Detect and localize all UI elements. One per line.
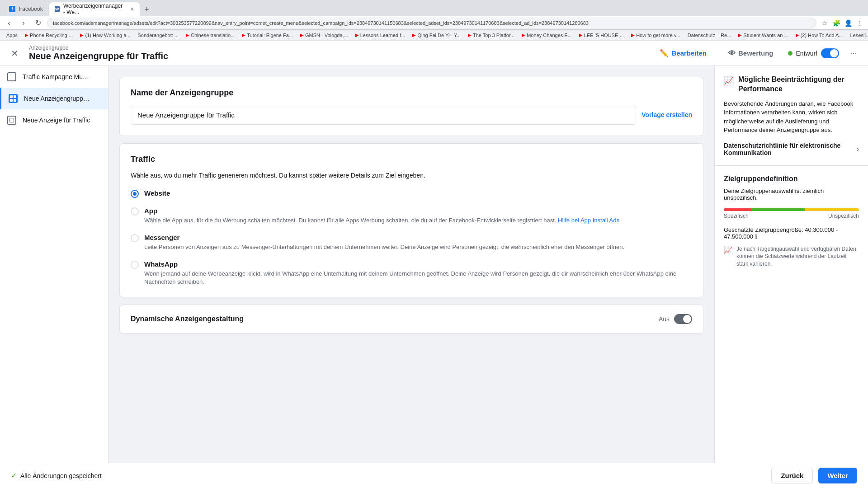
performance-panel-title: Mögliche Beeinträchtigung der Performanc… [738, 75, 859, 94]
bookmark-lee[interactable]: ▶ LEE 'S HOUSE-... [576, 32, 627, 39]
audience-title: Zielgruppendefinition [724, 175, 859, 183]
radio-content-whatsapp: WhatsApp Wenn jemand auf deine Werbeanze… [144, 260, 692, 286]
back-button[interactable]: Zurück [771, 468, 813, 483]
sidebar: Traffic Kampagne Mustersei... ··· Neue A… [0, 66, 108, 463]
back-button[interactable]: ‹ [4, 18, 14, 28]
radio-desc-messenger: Leite Personen von Anzeigen aus zu Messe… [144, 243, 624, 251]
radio-website[interactable] [131, 190, 139, 198]
dynamic-toggle[interactable] [674, 314, 692, 324]
profile-icon[interactable]: 👤 [844, 19, 853, 28]
traffic-panel-title: Traffic [131, 155, 692, 164]
label-specific: Spezifisch [724, 213, 749, 219]
header-actions: ✏️ Bearbeiten 👁 Bewertung Entwurf ··· [652, 46, 861, 61]
bookmark-icon[interactable]: ☆ [820, 19, 829, 28]
review-button[interactable]: 👁 Bewertung [721, 47, 781, 60]
sidebar-item-adset[interactable]: Neue Anzeigengruppe für ... ··· [0, 88, 108, 109]
bookmarks-bar: Apps ▶ Phone Recycling-... ▶ (1) How Wor… [0, 30, 868, 41]
bookmark-lesesli[interactable]: Lesesli... [848, 32, 868, 39]
radio-app[interactable] [131, 207, 139, 216]
bookmark-phone[interactable]: ▶ Phone Recycling-... [22, 32, 75, 39]
qing-label: Qing Fei De Yi - Y... [417, 33, 461, 38]
gmsn-label: GMSN - Vologda,... [305, 33, 348, 38]
facebook-favicon: f [9, 6, 15, 12]
footer-status-text: Alle Änderungen gespeichert [20, 472, 102, 479]
new-tab-button[interactable]: + [141, 3, 153, 16]
sidebar-item-ad[interactable]: Neue Anzeige für Traffic ··· [0, 109, 108, 131]
vorlage-button[interactable]: Vorlage erstellen [642, 111, 692, 118]
bookmark-how[interactable]: ▶ (1) How Working a... [77, 32, 133, 39]
name-input-row: Vorlage erstellen [131, 105, 692, 125]
money-label: Money Changes E... [527, 33, 572, 38]
right-sidebar: 📈 Mögliche Beeinträchtigung der Performa… [714, 66, 868, 463]
browser-chrome: f Facebook W Werbeanzeigenmanager - We..… [0, 0, 868, 16]
browser-tabs: f Facebook W Werbeanzeigenmanager - We..… [4, 0, 864, 16]
radio-desc-app: Wähle die App aus, für die du Werbung sc… [144, 216, 619, 225]
radio-messenger[interactable] [131, 234, 139, 242]
more-options-button[interactable]: ··· [846, 46, 861, 61]
bookmark-howtoadd[interactable]: ▶ (2) How To Add A... [793, 32, 846, 39]
bookmark-sonder[interactable]: Sonderangebot: ... [135, 32, 182, 39]
bookmark-top3[interactable]: ▶ The Top 3 Platfor... [465, 32, 517, 39]
header-status: Entwurf [788, 48, 839, 58]
werbeanzeigen-favicon: W [55, 6, 60, 12]
bookmark-qing[interactable]: ▶ Qing Fei De Yi - Y... [410, 32, 463, 39]
info-icon[interactable]: ℹ [755, 233, 757, 240]
main-layout: Traffic Kampagne Mustersei... ··· Neue A… [0, 66, 868, 463]
radio-content-messenger: Messenger Leite Personen von Anzeigen au… [144, 234, 624, 251]
bookmark-chinese[interactable]: ▶ Chinese translatio... [183, 32, 237, 39]
bookmark-daten[interactable]: Datenschutz – Re... [685, 32, 734, 39]
lee-label: LEE 'S HOUSE-... [584, 33, 624, 38]
browser-tab-werbeanzeigen[interactable]: W Werbeanzeigenmanager - We... × [49, 2, 140, 16]
sidebar-item-campaign[interactable]: Traffic Kampagne Mustersei... ··· [0, 66, 108, 88]
close-button[interactable]: ✕ [7, 46, 22, 61]
bookmark-gmsn[interactable]: ▶ GMSN - Vologda,... [297, 32, 351, 39]
adset-icon [7, 92, 19, 105]
radio-option-messenger: Messenger Leite Personen von Anzeigen au… [131, 234, 692, 251]
edit-button[interactable]: ✏️ Bearbeiten [652, 46, 714, 60]
audience-panel: Zielgruppendefinition Deine Zielgruppena… [715, 166, 868, 277]
audience-bar-green [751, 208, 805, 211]
reload-button[interactable]: ↻ [33, 18, 43, 28]
draft-toggle[interactable] [821, 48, 839, 58]
forward-button[interactable]: › [18, 18, 29, 28]
tab-label-werbeanzeigen: Werbeanzeigenmanager - We... [63, 3, 125, 15]
bookmark-lessons[interactable]: ▶ Lessons Learned f... [353, 32, 408, 39]
browser-tab-facebook[interactable]: f Facebook [4, 2, 48, 16]
bookmark-apps[interactable]: Apps [4, 32, 20, 39]
bookmark-student[interactable]: ▶ Student Wants an ... [736, 32, 791, 39]
bookmark-howget[interactable]: ▶ How to get more v... [628, 32, 683, 39]
app-install-link[interactable]: Hilfe bei App Install Ads [558, 217, 619, 224]
app-footer: ✓ Alle Änderungen gespeichert Zurück Wei… [0, 463, 868, 488]
traffic-radio-group: Website App Wähle die App aus, für die d… [131, 189, 692, 286]
audience-desc: Deine Zielgruppenauswahl ist ziemlich un… [724, 188, 859, 201]
sonder-label: Sonderangebot: ... [138, 33, 179, 38]
datenschutz-link[interactable]: Datenschutzrichtlinie für elektronische … [724, 142, 859, 156]
footer-actions: Zurück Weiter [771, 468, 857, 483]
label-unspecific: Unspezifisch [828, 213, 859, 219]
adset-name-input[interactable] [131, 105, 636, 125]
menu-icon[interactable]: ⋮ [855, 19, 864, 28]
address-bar[interactable]: facebook.com/adsmanager/manage/adsets/ed… [47, 18, 816, 28]
radio-label-messenger: Messenger [144, 234, 624, 241]
apps-label: Apps [6, 33, 18, 38]
radio-whatsapp[interactable] [131, 261, 139, 269]
datenschutz-link-text: Datenschutzrichtlinie für elektronische … [724, 142, 857, 156]
tab-close-icon[interactable]: × [131, 5, 134, 13]
radio-option-app: App Wähle die App aus, für die du Werbun… [131, 207, 692, 225]
toggle-knob [830, 49, 838, 57]
bookmark-tutorial[interactable]: ▶ Tutorial: Eigene Fa... [239, 32, 296, 39]
review-label: Bewertung [738, 49, 774, 57]
tab-label-facebook: Facebook [19, 6, 43, 12]
radio-content-app: App Wähle die App aus, für die du Werbun… [144, 207, 619, 225]
next-button[interactable]: Weiter [818, 468, 857, 483]
extensions-icon[interactable]: 🧩 [832, 19, 841, 28]
browser-addressbar: ‹ › ↻ facebook.com/adsmanager/manage/ads… [0, 16, 868, 30]
dynamic-panel: Dynamische Anzeigengestaltung Aus [119, 305, 703, 333]
bookmark-money[interactable]: ▶ Money Changes E... [519, 32, 575, 39]
radio-label-website: Website [144, 189, 170, 197]
content-area: Name der Anzeigengruppe Vorlage erstelle… [108, 66, 714, 463]
dynamic-toggle-knob [683, 315, 691, 323]
radio-option-whatsapp: WhatsApp Wenn jemand auf deine Werbeanze… [131, 260, 692, 286]
sidebar-item-label-campaign: Traffic Kampagne Mustersei... [23, 73, 92, 80]
status-dot-icon [788, 51, 793, 56]
